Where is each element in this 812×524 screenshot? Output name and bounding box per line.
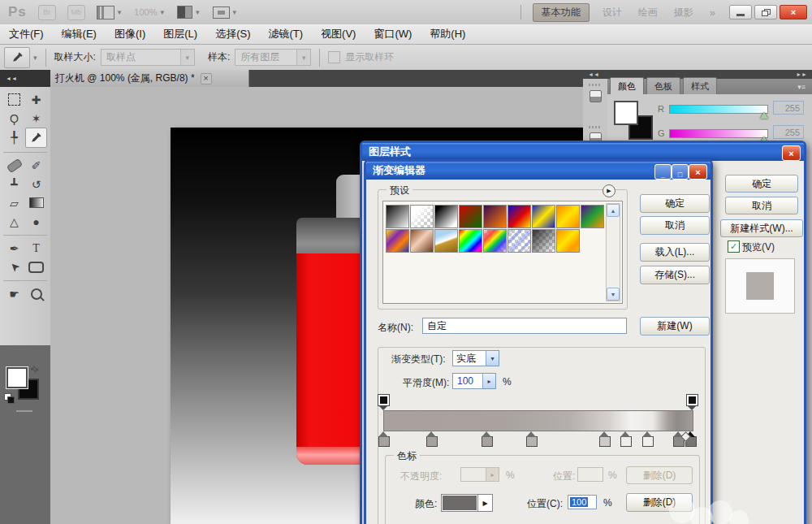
cancel-button[interactable]: 取消 [725, 197, 798, 214]
menu-item-8[interactable]: 帮助(H) [421, 24, 474, 44]
sample-dropdown[interactable]: 所有图层 ▾ [235, 49, 311, 66]
color-stop[interactable] [599, 436, 611, 447]
cancel-button[interactable]: 取消 [640, 216, 710, 235]
gradient-preset-black-white[interactable] [434, 205, 458, 228]
presets-scrollbar[interactable]: ▲ ▼ [606, 203, 620, 301]
bridge-icon[interactable]: Br [38, 5, 56, 20]
history-panel-icon[interactable] [590, 90, 602, 102]
menu-item-6[interactable]: 视图(V) [312, 24, 365, 44]
gradient-preset-orange-yellow-orange[interactable] [556, 205, 580, 228]
eyedropper-tool-button[interactable] [4, 47, 30, 68]
spinner-arrow-icon[interactable]: ▸ [482, 374, 495, 388]
maximize-icon[interactable]: □ [672, 164, 689, 180]
ok-button[interactable]: 确定 [640, 194, 710, 213]
close-icon[interactable]: × [782, 145, 801, 161]
gradient-editor-title-bar[interactable]: 渐变编辑器 _ □ × [366, 162, 710, 180]
path-selection-tool[interactable]: ➤ [3, 258, 25, 276]
workspace-button[interactable]: 基本功能 [533, 3, 590, 22]
chevron-down-icon[interactable]: ▾ [33, 54, 37, 62]
close-tab-icon[interactable]: × [201, 73, 212, 84]
gradient-type-dropdown[interactable]: 实底 ▾ [452, 350, 499, 366]
sample-size-dropdown[interactable]: 取样点 ▾ [101, 49, 195, 66]
toolbar-collapse-button[interactable]: ◄◄ [0, 70, 56, 87]
gradient-preset-red-green[interactable] [459, 205, 482, 228]
ok-button[interactable]: 确定 [725, 175, 798, 193]
workspace-button[interactable]: 设计 [603, 6, 622, 19]
foreground-color-swatch[interactable] [6, 367, 28, 388]
crop-tool[interactable]: ╄ [3, 128, 25, 146]
close-icon[interactable]: × [689, 164, 707, 180]
color-flyout-icon[interactable]: ▶ [477, 494, 493, 512]
tab-styles[interactable]: 样式 [683, 77, 717, 94]
minimize-button[interactable] [729, 5, 752, 19]
color-stop[interactable] [642, 436, 654, 447]
magic-wand-tool[interactable]: ✶ [25, 109, 47, 128]
color-stop[interactable] [620, 436, 632, 447]
clone-stamp-tool[interactable]: ┻ [3, 175, 25, 193]
scroll-up-icon[interactable]: ▲ [607, 204, 620, 217]
red-slider-track[interactable] [669, 105, 768, 114]
brush-tool[interactable]: ✐ [25, 156, 47, 175]
gradient-preset-spectrum[interactable] [459, 229, 482, 253]
eraser-tool[interactable]: ▱ [3, 193, 25, 212]
gradient-preset-blue-yellow-blue[interactable] [532, 205, 555, 228]
close-button[interactable]: × [780, 5, 807, 19]
screen-mode-button[interactable]: ▾ [213, 6, 237, 19]
minibridge-icon[interactable]: Mb [67, 5, 85, 20]
name-input[interactable]: 自定 [422, 318, 627, 334]
menu-item-5[interactable]: 滤镜(T) [259, 24, 312, 44]
expand-panels-icon[interactable]: ►► [796, 71, 807, 77]
hand-tool[interactable]: ☛ [3, 284, 25, 303]
gradient-preset-transparent-rainbow[interactable] [483, 229, 507, 253]
gradient-preview-bar[interactable] [383, 410, 693, 431]
zoom-level-control[interactable]: 100%▾ [134, 7, 164, 17]
gradient-preset-foreground-to-transparent[interactable] [410, 205, 434, 228]
color-stop[interactable] [526, 436, 538, 447]
save-button[interactable]: 存储(S)... [640, 266, 710, 284]
stop-color-swatch[interactable] [441, 494, 478, 512]
workspace-button[interactable]: 绘画 [638, 6, 658, 19]
green-value-field[interactable]: 255 [773, 125, 804, 139]
drag-grip[interactable] [589, 84, 602, 86]
minimize-icon[interactable]: _ [654, 164, 672, 180]
foreground-color-swatch[interactable] [614, 101, 638, 125]
menu-item-3[interactable]: 图层(L) [154, 24, 206, 44]
swap-colors-icon[interactable]: ⇄ [28, 363, 41, 376]
default-colors-icon[interactable] [7, 396, 15, 404]
drag-grip[interactable] [589, 126, 602, 128]
eyedropper-tool[interactable] [25, 128, 47, 148]
tab-swatches[interactable]: 色板 [646, 77, 680, 94]
menu-item-2[interactable]: 图像(I) [106, 24, 154, 44]
scroll-down-icon[interactable]: ▼ [607, 288, 620, 301]
presets-menu-icon[interactable]: ▶ [603, 184, 615, 197]
gradient-preset-foreground-to-background[interactable] [386, 205, 409, 228]
type-tool[interactable]: T [25, 239, 47, 258]
new-button[interactable]: 新建(W) [640, 317, 710, 336]
color-stop[interactable] [378, 436, 390, 447]
rectangular-marquee-tool[interactable] [3, 90, 25, 109]
preview-checkbox[interactable]: ✓ [728, 240, 740, 253]
pen-tool[interactable]: ✒ [3, 239, 25, 258]
new-style-button[interactable]: 新建样式(W)... [720, 219, 803, 237]
color-stop[interactable] [426, 436, 438, 447]
load-button[interactable]: 载入(L)... [640, 243, 710, 262]
green-slider-track[interactable] [669, 129, 768, 138]
gradient-preset-custom-orange-yellow[interactable] [556, 229, 580, 253]
shape-tool[interactable] [25, 258, 47, 276]
menu-item-4[interactable]: 选择(S) [206, 24, 259, 44]
collapse-panels-icon[interactable]: ◄◄ [588, 71, 599, 77]
gradient-preset-transparent-stripes[interactable] [508, 229, 531, 253]
opacity-stop[interactable] [378, 394, 390, 406]
show-sampling-ring-checkbox[interactable] [328, 51, 340, 63]
position-c-input[interactable]: 100 [568, 495, 597, 509]
red-value-field[interactable]: 255 [773, 101, 804, 115]
healing-brush-tool[interactable] [3, 156, 25, 175]
menu-item-1[interactable]: 编辑(E) [53, 24, 106, 44]
gradient-preset-violet-green-orange[interactable] [581, 205, 604, 228]
red-slider-handle[interactable] [760, 112, 768, 119]
lasso-tool[interactable]: Ϙ [3, 109, 25, 128]
smoothness-input[interactable]: 100 ▸ [452, 373, 496, 389]
gradient-preset-copper[interactable] [410, 229, 434, 253]
menu-item-0[interactable]: 文件(F) [0, 24, 53, 44]
gradient-preset-chrome[interactable] [434, 229, 458, 253]
